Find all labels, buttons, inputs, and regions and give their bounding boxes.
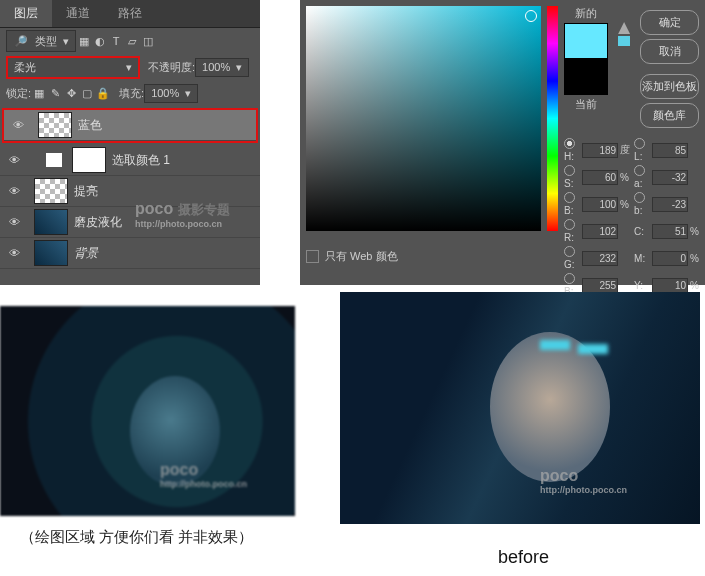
color-picker-panel: 只有 Web 颜色 新的 当前 确定 取消 添加到色板 颜色库 H:度 L: S…: [300, 0, 705, 285]
radio-l[interactable]: [634, 138, 645, 149]
layer-name: 磨皮液化: [74, 214, 122, 231]
preview-image-right: pocohttp://photo.poco.cn: [340, 292, 700, 524]
radio-r[interactable]: [564, 219, 575, 230]
gamut-warning-icon[interactable]: [618, 22, 630, 34]
color-field-column: 只有 Web 颜色: [306, 6, 541, 279]
g-input[interactable]: [582, 251, 618, 266]
search-icon: 🔎: [13, 33, 29, 49]
lock-all-icon[interactable]: 🔒: [95, 85, 111, 101]
current-color-swatch: [564, 59, 608, 95]
lock-artboard-icon[interactable]: ▢: [79, 85, 95, 101]
m-input[interactable]: [652, 251, 688, 266]
layer-blue[interactable]: 👁 蓝色: [4, 110, 256, 141]
before-label: before: [498, 547, 549, 568]
blend-row: 柔光▾ 不透明度: 100%▾: [0, 54, 260, 80]
visibility-toggle[interactable]: 👁: [4, 119, 32, 131]
bb-input[interactable]: [582, 278, 618, 293]
c-input[interactable]: [652, 224, 688, 239]
chevron-down-icon: ▾: [185, 87, 191, 100]
filter-adjust-icon[interactable]: ◐: [92, 33, 108, 49]
new-color-swatch: [564, 23, 608, 59]
swatch-column: 新的 当前: [564, 6, 608, 132]
layer-bg[interactable]: 👁 背景: [0, 238, 260, 269]
add-swatch-button[interactable]: 添加到色板: [640, 74, 699, 99]
fill-input[interactable]: 100%▾: [144, 84, 198, 103]
eye-makeup: [540, 340, 570, 350]
preview-image-left: pocohttp://photo.poco.cn: [0, 306, 295, 516]
s-input[interactable]: [582, 170, 618, 185]
lock-brush-icon[interactable]: ✎: [47, 85, 63, 101]
filter-shape-icon[interactable]: ▱: [124, 33, 140, 49]
gamut-swatch[interactable]: [618, 36, 630, 46]
layer-name: 提亮: [74, 183, 98, 200]
web-only-label: 只有 Web 颜色: [325, 249, 398, 264]
layer-thumb[interactable]: [34, 209, 68, 235]
layer-name: 背景: [74, 245, 98, 262]
current-label: 当前: [564, 97, 608, 112]
layer-thumb[interactable]: [38, 112, 72, 138]
visibility-toggle[interactable]: 👁: [0, 185, 28, 197]
opacity-label: 不透明度:: [148, 60, 195, 75]
y-input[interactable]: [652, 278, 688, 293]
web-only-row: 只有 Web 颜色: [306, 249, 541, 264]
watermark: pocohttp://photo.poco.cn: [160, 461, 247, 489]
highlighted-layer: 👁 蓝色: [2, 108, 258, 143]
filter-row: 🔎类型▾ ▦ ◐ T ▱ ◫: [0, 28, 260, 54]
panel-tabs: 图层 通道 路径: [0, 0, 260, 28]
layer-name: 蓝色: [78, 117, 102, 134]
filter-type-icon[interactable]: T: [108, 33, 124, 49]
lock-move-icon[interactable]: ✥: [63, 85, 79, 101]
layer-thumb[interactable]: [34, 178, 68, 204]
radio-b2[interactable]: [634, 192, 645, 203]
radio-g[interactable]: [564, 246, 575, 257]
bv-input[interactable]: [582, 197, 618, 212]
visibility-toggle[interactable]: 👁: [0, 247, 28, 259]
eye-makeup: [578, 344, 608, 354]
blend-mode-select[interactable]: 柔光▾: [6, 56, 140, 79]
radio-b[interactable]: [564, 192, 575, 203]
filter-image-icon[interactable]: ▦: [76, 33, 92, 49]
b2-input[interactable]: [652, 197, 688, 212]
visibility-toggle[interactable]: 👁: [0, 154, 28, 166]
layer-select-color[interactable]: 👁 选取颜色 1: [0, 145, 260, 176]
a-input[interactable]: [652, 170, 688, 185]
opacity-input[interactable]: 100%▾: [195, 58, 249, 77]
lock-row: 锁定: ▦ ✎ ✥ ▢ 🔒 填充: 100%▾: [0, 80, 260, 106]
buttons-col: 确定 取消 添加到色板 颜色库: [640, 6, 699, 132]
color-libs-button[interactable]: 颜色库: [640, 103, 699, 128]
tab-paths[interactable]: 路径: [104, 0, 156, 27]
watermark: pocohttp://photo.poco.cn: [540, 467, 627, 495]
cancel-button[interactable]: 取消: [640, 39, 699, 64]
layers-panel: 图层 通道 路径 🔎类型▾ ▦ ◐ T ▱ ◫ 柔光▾ 不透明度: 100%▾ …: [0, 0, 260, 285]
chevron-down-icon: ▾: [126, 61, 132, 74]
new-label: 新的: [564, 6, 608, 21]
r-input[interactable]: [582, 224, 618, 239]
layer-thumb[interactable]: [34, 240, 68, 266]
warning-col: [618, 22, 630, 132]
filter-smart-icon[interactable]: ◫: [140, 33, 156, 49]
chevron-down-icon: ▾: [63, 35, 69, 48]
mask-thumb[interactable]: [72, 147, 106, 173]
l-input[interactable]: [652, 143, 688, 158]
tab-channels[interactable]: 通道: [52, 0, 104, 27]
radio-bb[interactable]: [564, 273, 575, 284]
web-only-checkbox[interactable]: [306, 250, 319, 263]
watermark: poco 摄影专题http://photo.poco.cn: [135, 200, 230, 229]
radio-s[interactable]: [564, 165, 575, 176]
chevron-down-icon: ▾: [236, 61, 242, 74]
kind-select[interactable]: 🔎类型▾: [6, 30, 76, 52]
caption: （绘图区域 方便你们看 并非效果）: [20, 528, 253, 547]
radio-a[interactable]: [634, 165, 645, 176]
lock-pixels-icon[interactable]: ▦: [31, 85, 47, 101]
h-input[interactable]: [582, 143, 618, 158]
ok-button[interactable]: 确定: [640, 10, 699, 35]
color-field[interactable]: [306, 6, 541, 231]
color-values: H:度 L: S:% a: B:% b: R: C:% G: M:% B: Y:…: [564, 138, 699, 315]
hue-slider[interactable]: [547, 6, 558, 231]
visibility-toggle[interactable]: 👁: [0, 216, 28, 228]
tab-layers[interactable]: 图层: [0, 0, 52, 27]
picker-cursor: [525, 10, 537, 22]
lock-label: 锁定:: [6, 86, 31, 101]
layer-name: 选取颜色 1: [112, 152, 170, 169]
radio-h[interactable]: [564, 138, 575, 149]
